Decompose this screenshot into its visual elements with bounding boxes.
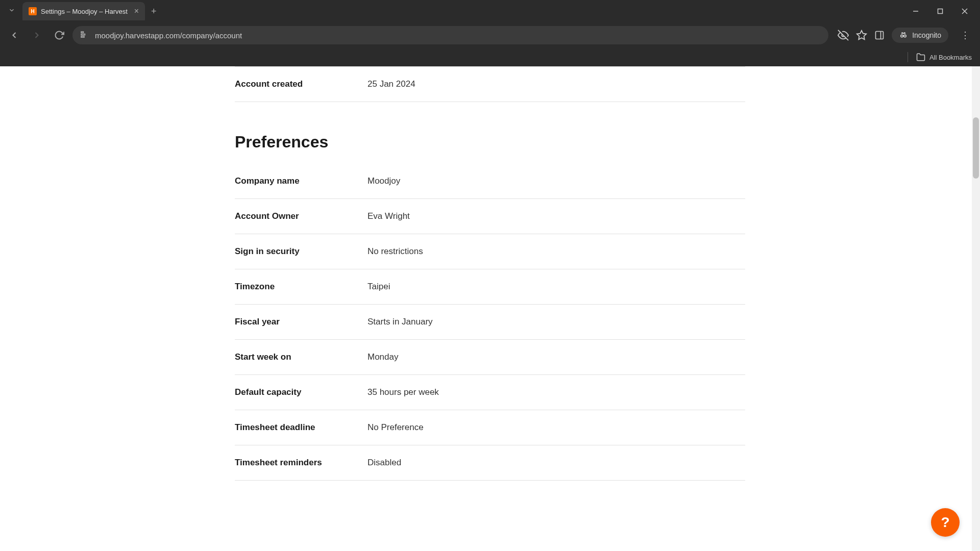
tab-title: Settings – Moodjoy – Harvest [41, 8, 130, 15]
browser-chrome: H Settings – Moodjoy – Harvest × + [0, 0, 980, 66]
browser-menu-button[interactable]: ⋮ [955, 30, 975, 41]
all-bookmarks-button[interactable]: All Bookmarks [916, 53, 972, 62]
url-text: moodjoy.harvestapp.com/company/account [95, 31, 821, 40]
bookmark-star-icon[interactable] [856, 30, 867, 41]
close-tab-button[interactable]: × [134, 7, 139, 16]
separator [908, 52, 908, 62]
page-content: Account created 25 Jan 2024 Preferences … [0, 66, 980, 551]
forward-button[interactable] [28, 26, 46, 44]
timezone-value: Taipei [368, 282, 390, 292]
scrollbar-track[interactable] [972, 66, 980, 551]
url-controls: Incognito ⋮ [838, 28, 975, 43]
help-button[interactable]: ? [931, 508, 960, 537]
fiscal-year-label: Fiscal year [235, 317, 368, 327]
harvest-favicon: H [29, 7, 37, 15]
browser-tab[interactable]: H Settings – Moodjoy – Harvest × [22, 2, 145, 20]
content-wrapper: Account created 25 Jan 2024 Preferences … [225, 66, 755, 481]
account-owner-value: Eva Wright [368, 211, 410, 221]
side-panel-icon[interactable] [874, 30, 885, 40]
svg-point-11 [901, 35, 903, 37]
svg-rect-9 [876, 32, 884, 39]
timesheet-reminders-label: Timesheet reminders [235, 458, 368, 468]
start-week-on-row: Start week on Monday [235, 340, 745, 375]
address-bar: moodjoy.harvestapp.com/company/account I… [0, 22, 980, 48]
svg-rect-5 [81, 34, 85, 35]
bookmarks-bar: All Bookmarks [0, 48, 980, 66]
incognito-badge[interactable]: Incognito [892, 28, 948, 43]
sign-in-security-label: Sign in security [235, 246, 368, 257]
timesheet-reminders-value: Disabled [368, 458, 401, 468]
company-name-label: Company name [235, 176, 368, 186]
default-capacity-label: Default capacity [235, 387, 368, 397]
timezone-label: Timezone [235, 282, 368, 292]
account-created-value: 25 Jan 2024 [368, 79, 415, 89]
timesheet-deadline-label: Timesheet deadline [235, 422, 368, 433]
site-settings-icon[interactable] [80, 30, 89, 41]
svg-rect-6 [81, 36, 84, 37]
preferences-heading: Preferences [235, 133, 745, 152]
account-created-row: Account created 25 Jan 2024 [235, 66, 745, 102]
window-controls [904, 3, 976, 19]
company-name-row: Company name Moodjoy [235, 164, 745, 199]
url-bar[interactable]: moodjoy.harvestapp.com/company/account [72, 26, 828, 44]
sign-in-security-row: Sign in security No restrictions [235, 234, 745, 269]
back-button[interactable] [5, 26, 23, 44]
start-week-on-label: Start week on [235, 352, 368, 362]
visibility-off-icon[interactable] [838, 30, 849, 41]
sign-in-security-value: No restrictions [368, 246, 423, 257]
all-bookmarks-label: All Bookmarks [929, 54, 972, 61]
close-window-button[interactable] [953, 3, 976, 19]
scrollbar-thumb[interactable] [973, 117, 979, 179]
timezone-row: Timezone Taipei [235, 269, 745, 305]
timesheet-deadline-value: No Preference [368, 422, 424, 433]
new-tab-button[interactable]: + [145, 6, 163, 17]
fiscal-year-value: Starts in January [368, 317, 433, 327]
svg-marker-8 [857, 31, 866, 39]
default-capacity-value: 35 hours per week [368, 387, 439, 397]
maximize-button[interactable] [929, 3, 951, 19]
fiscal-year-row: Fiscal year Starts in January [235, 305, 745, 340]
minimize-button[interactable] [904, 3, 927, 19]
company-name-value: Moodjoy [368, 176, 400, 186]
timesheet-reminders-row: Timesheet reminders Disabled [235, 445, 745, 481]
svg-rect-4 [81, 32, 84, 33]
tab-bar: H Settings – Moodjoy – Harvest × + [0, 0, 980, 22]
reload-button[interactable] [50, 26, 68, 44]
default-capacity-row: Default capacity 35 hours per week [235, 375, 745, 410]
help-icon: ? [941, 514, 949, 531]
tabs-dropdown-button[interactable] [4, 5, 19, 18]
account-owner-label: Account Owner [235, 211, 368, 221]
account-owner-row: Account Owner Eva Wright [235, 199, 745, 234]
svg-point-12 [904, 35, 906, 37]
incognito-label: Incognito [912, 31, 941, 39]
account-created-label: Account created [235, 79, 368, 89]
svg-rect-1 [938, 9, 943, 14]
start-week-on-value: Monday [368, 352, 398, 362]
timesheet-deadline-row: Timesheet deadline No Preference [235, 410, 745, 445]
